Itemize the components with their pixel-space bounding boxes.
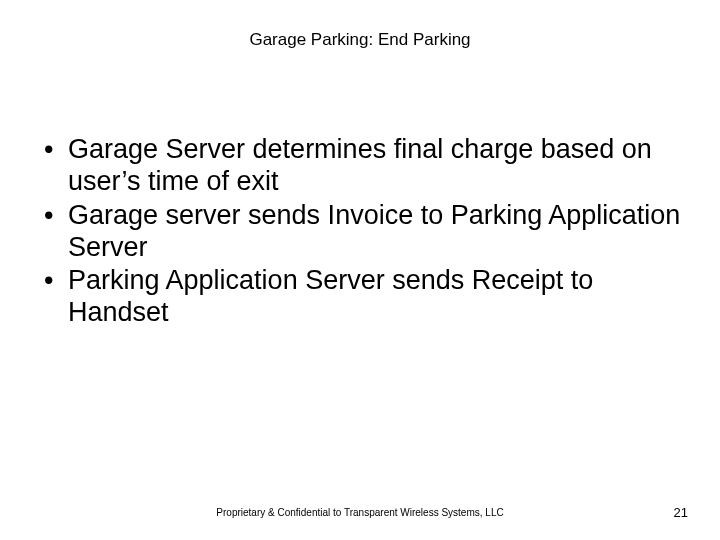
slide: Garage Parking: End Parking Garage Serve… (0, 0, 720, 540)
footer-text: Proprietary & Confidential to Transparen… (0, 507, 720, 518)
page-number: 21 (674, 505, 688, 520)
bullet-list: Garage Server determines final charge ba… (38, 134, 682, 329)
bullet-item: Garage Server determines final charge ba… (38, 134, 682, 198)
bullet-item: Garage server sends Invoice to Parking A… (38, 200, 682, 264)
slide-title: Garage Parking: End Parking (0, 30, 720, 50)
slide-content: Garage Server determines final charge ba… (38, 134, 682, 331)
bullet-item: Parking Application Server sends Receipt… (38, 265, 682, 329)
